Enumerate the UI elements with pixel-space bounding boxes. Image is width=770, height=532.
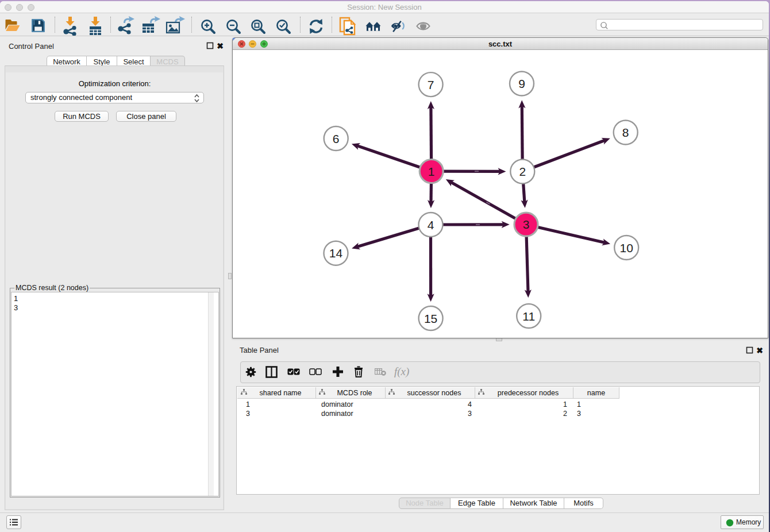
svg-text:2: 2 — [519, 165, 526, 178]
svg-text:8: 8 — [622, 126, 629, 139]
svg-text:15: 15 — [424, 312, 437, 325]
svg-text:11: 11 — [522, 310, 535, 323]
svg-text:6: 6 — [333, 132, 340, 145]
svg-text:✖: ✖ — [217, 42, 224, 49]
svg-text:14: 14 — [329, 246, 343, 260]
svg-text:9: 9 — [518, 77, 525, 90]
svg-text:4: 4 — [428, 218, 434, 232]
svg-text:✖: ✖ — [756, 346, 763, 354]
svg-text:3: 3 — [523, 218, 530, 231]
svg-text:10: 10 — [620, 241, 633, 255]
svg-text:7: 7 — [428, 78, 434, 91]
svg-text:1: 1 — [428, 165, 435, 178]
